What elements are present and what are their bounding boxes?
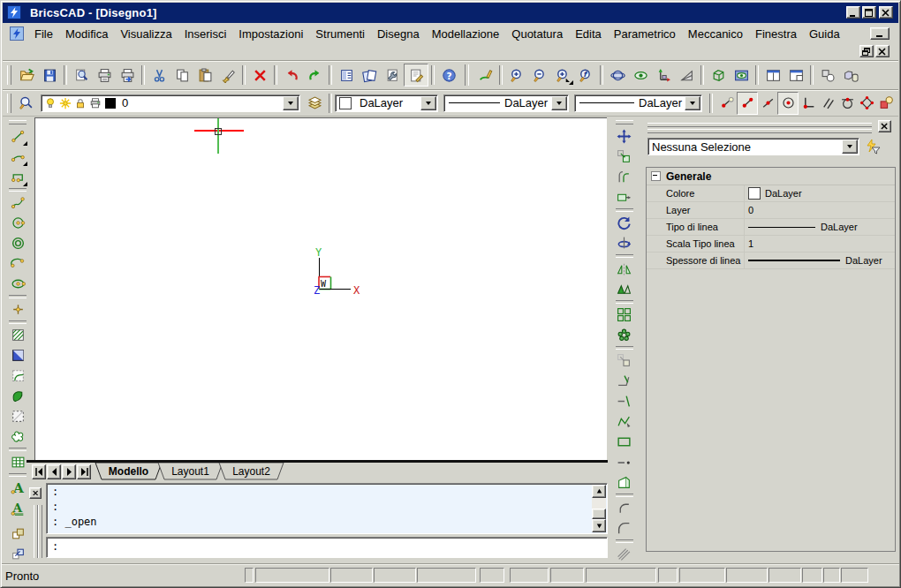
status-panel[interactable] <box>510 568 549 583</box>
entity-3d-button[interactable] <box>839 64 862 86</box>
menu-modellazione[interactable]: Modellazione <box>426 25 506 43</box>
menu-visualizza[interactable]: Visualizza <box>114 25 178 43</box>
menu-meccanico[interactable]: Meccanico <box>682 25 749 43</box>
layer-explorer-button[interactable] <box>15 93 37 114</box>
offset-button[interactable] <box>614 167 635 187</box>
perspective-button[interactable] <box>675 64 698 86</box>
cut-button[interactable] <box>148 64 170 86</box>
snap-midpoint-button[interactable] <box>758 93 777 114</box>
menu-parametrico[interactable]: Parametrico <box>608 25 682 43</box>
text-button[interactable]: A <box>7 478 28 498</box>
face-edit-button[interactable] <box>614 472 635 493</box>
command-grip[interactable] <box>38 505 42 558</box>
drawing-settings-button[interactable] <box>404 64 428 87</box>
status-panel[interactable] <box>480 568 504 583</box>
wipeout-button[interactable] <box>7 406 28 426</box>
table-button[interactable] <box>7 452 28 472</box>
zoom-previous-button[interactable]: f <box>574 64 597 86</box>
toolbar-grip[interactable] <box>9 120 26 124</box>
command-input[interactable]: : <box>46 537 608 558</box>
zoom-in-button[interactable] <box>505 64 528 86</box>
trim-button[interactable] <box>614 371 635 391</box>
delete-button[interactable] <box>248 64 271 86</box>
snap-perpendicular-button[interactable] <box>799 93 818 114</box>
polyline-button[interactable] <box>7 167 28 187</box>
zoom-out-button[interactable] <box>528 64 551 86</box>
fillet-small-button[interactable] <box>614 498 635 518</box>
rotate-button[interactable] <box>614 213 635 233</box>
collapse-icon[interactable] <box>651 171 661 181</box>
property-row[interactable]: Layer0 <box>647 202 895 219</box>
property-row[interactable]: ColoreDaLayer <box>647 185 895 202</box>
snap-quadrant-button[interactable] <box>857 93 876 114</box>
rectangle-mod-button[interactable] <box>614 432 635 452</box>
external-reference-button[interactable] <box>7 544 28 564</box>
status-panel[interactable] <box>374 568 416 583</box>
menu-strumenti[interactable]: Strumenti <box>309 25 371 43</box>
stretch-button[interactable] <box>614 187 635 207</box>
properties-grip[interactable] <box>647 123 872 130</box>
status-panel[interactable] <box>658 568 678 583</box>
break-button[interactable] <box>614 452 635 472</box>
menu-inserisci[interactable]: Inserisci <box>178 25 233 43</box>
menu-modifica[interactable]: Modifica <box>59 25 114 43</box>
snap-insertion-button[interactable] <box>876 93 896 114</box>
gradient-button[interactable] <box>7 345 28 366</box>
status-panel[interactable] <box>679 568 725 583</box>
toolbar-grip[interactable] <box>7 94 11 113</box>
mtext-button[interactable]: A <box>7 498 28 518</box>
arc-button[interactable] <box>7 147 28 167</box>
entity-2d-button[interactable] <box>816 64 839 86</box>
linetype-select[interactable]: DaLayer <box>443 94 569 112</box>
wireframe-button[interactable] <box>707 64 730 86</box>
render-view-button[interactable] <box>730 64 753 86</box>
copy-entity-button[interactable] <box>614 147 635 167</box>
maximize-button[interactable] <box>862 6 876 19</box>
menu-quotatura[interactable]: Quotatura <box>505 25 569 43</box>
drawing-canvas[interactable]: Y W Z X <box>34 117 607 460</box>
command-close-button[interactable] <box>29 487 42 499</box>
point-button[interactable] <box>7 299 28 320</box>
linetype-dropdown-arrow[interactable] <box>551 96 567 110</box>
insert-block-button[interactable] <box>7 524 28 544</box>
selection-filter-select[interactable]: Nessuna Selezione <box>647 138 859 155</box>
properties-list-button[interactable] <box>335 64 358 86</box>
first-tab-button[interactable] <box>32 464 46 479</box>
menu-disegna[interactable]: Disegna <box>371 25 426 43</box>
property-row[interactable]: Spessore di lineaDaLayer <box>647 253 895 269</box>
donut-button[interactable] <box>7 233 28 253</box>
ellipse-button[interactable] <box>7 274 28 294</box>
scroll-up-button[interactable] <box>592 485 606 498</box>
save-button[interactable] <box>38 64 61 86</box>
format-painter-button[interactable] <box>216 64 239 86</box>
status-panel[interactable] <box>823 568 840 583</box>
status-panel[interactable] <box>802 568 822 583</box>
snap-center-button[interactable] <box>777 92 799 115</box>
menu-file[interactable]: File <box>28 25 59 43</box>
line-button[interactable] <box>7 126 28 147</box>
undo-button[interactable] <box>280 64 303 86</box>
region-button[interactable] <box>7 386 28 406</box>
mdi-minimize-button[interactable] <box>870 27 890 40</box>
layers-manager-button[interactable] <box>304 93 326 114</box>
hatch-button[interactable] <box>7 325 28 345</box>
status-panel[interactable] <box>841 568 868 583</box>
move-button[interactable] <box>614 126 635 147</box>
revision-cloud-button[interactable] <box>7 426 28 447</box>
ucs-icon-button[interactable] <box>652 64 675 86</box>
snap-parallel-button[interactable] <box>818 93 837 114</box>
next-tab-button[interactable] <box>62 464 76 479</box>
status-panel[interactable] <box>586 568 656 583</box>
status-panel[interactable] <box>417 568 476 583</box>
snap-endpoint-button[interactable] <box>717 93 737 114</box>
mirror-button[interactable] <box>614 259 635 279</box>
rotate-3d-button[interactable] <box>614 233 635 253</box>
print-button[interactable] <box>93 64 116 86</box>
extend-button[interactable] <box>614 391 635 411</box>
status-panel[interactable] <box>726 568 768 583</box>
command-history[interactable]: ::: _open <box>46 483 608 534</box>
sheet-set-button[interactable] <box>358 64 381 86</box>
window-cascade-button[interactable] <box>784 64 807 86</box>
layer-dropdown-arrow[interactable] <box>283 96 299 110</box>
fillet-button[interactable] <box>614 518 635 539</box>
